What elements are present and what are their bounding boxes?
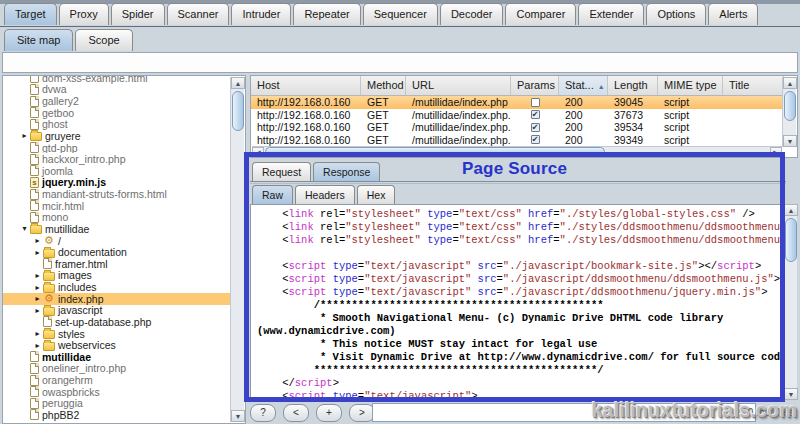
tree-item-webservices[interactable]: ▸webservices (3, 339, 230, 351)
tree-scrollbar[interactable]: ▲ ▼ (230, 77, 244, 422)
response-scrollbar-thumb[interactable] (785, 218, 797, 262)
column-header-stat[interactable]: Stat...▲ (559, 76, 608, 95)
tree-item-oneliner-intro-php[interactable]: oneliner_intro.php (3, 363, 230, 375)
scroll-up-icon[interactable]: ▲ (231, 77, 245, 89)
tree-item-dom-xss-example-html[interactable]: dom-xss-example.html (3, 75, 230, 84)
tab-response[interactable]: Response (313, 162, 380, 182)
tab-scanner[interactable]: Scanner (167, 3, 230, 25)
tab-intruder[interactable]: Intruder (231, 3, 291, 25)
expanded-arrow-icon[interactable]: ▾ (19, 224, 30, 233)
table-row[interactable]: http://192.168.0.160GET/mutillidae/index… (251, 121, 782, 134)
tab-options[interactable]: Options (646, 3, 706, 25)
column-header-host[interactable]: Host (251, 76, 361, 95)
tree-item-mcir-html[interactable]: mcir.html (3, 200, 230, 212)
tree-scrollbar-thumb[interactable] (232, 91, 244, 131)
table-vscrollbar[interactable]: ▲ ▼ (782, 77, 796, 147)
column-header-params[interactable]: Params (511, 76, 559, 95)
column-header-mime-type[interactable]: MIME type (658, 76, 723, 95)
scroll-down-icon[interactable]: ▼ (231, 410, 245, 422)
response-scrollbar[interactable]: ▲ ▼ (783, 204, 797, 400)
scroll-up-icon[interactable]: ▲ (784, 204, 798, 216)
tab-scope[interactable]: Scope (75, 29, 132, 51)
tree-item-styles[interactable]: ▸styles (3, 328, 230, 340)
tree-item-index-php[interactable]: ▸⚙index.php (3, 293, 230, 305)
tab-sequencer[interactable]: Sequencer (363, 3, 438, 25)
collapsed-arrow-icon[interactable]: ▸ (32, 306, 43, 315)
tab-target[interactable]: Target (4, 3, 57, 25)
tree-item-orangehrm[interactable]: orangehrm (3, 374, 230, 386)
tab-headers[interactable]: Headers (295, 185, 355, 205)
tree-item-getboo[interactable]: getboo (3, 107, 230, 119)
table-hscrollbar-thumb[interactable] (265, 147, 605, 156)
tree-item-label: dvwa (42, 84, 67, 96)
tree-item-gruyere[interactable]: ▸gruyere (3, 130, 230, 142)
params-checkbox[interactable]: ✔ (531, 135, 540, 144)
tree-item-set-up-database-php[interactable]: set-up-database.php (3, 316, 230, 328)
tree-item-javascript[interactable]: ▸javascript (3, 305, 230, 317)
tab-request[interactable]: Request (252, 162, 311, 182)
tab-proxy[interactable]: Proxy (59, 3, 109, 25)
tree-item-framer-html[interactable]: framer.html (3, 258, 230, 270)
tree-item-[interactable]: ▸⚙/ (3, 235, 230, 247)
tree-item-jquery-min-js[interactable]: sjquery.min.js (3, 177, 230, 189)
tree-item-hackxor-intro-php[interactable]: hackxor_intro.php (3, 153, 230, 165)
column-header-url[interactable]: URL (406, 76, 511, 95)
filter-bar[interactable]: Filter: Hiding not found items; hiding C… (2, 52, 798, 73)
tree-item-owaspbricks[interactable]: owaspbricks (3, 386, 230, 398)
tree-item-mutillidae[interactable]: ▾mutillidae (3, 223, 230, 235)
collapsed-arrow-icon[interactable]: ▸ (19, 131, 30, 140)
response-raw-view[interactable]: <link rel="stylesheet" type="text/css" h… (250, 204, 783, 400)
tree-item-ghost[interactable]: ghost (3, 119, 230, 131)
tree-item-mono[interactable]: mono (3, 212, 230, 224)
column-header-method[interactable]: Method (361, 76, 406, 95)
table-header: HostMethodURLParamsStat...▲LengthMIME ty… (251, 76, 782, 96)
collapsed-arrow-icon[interactable]: ▸ (32, 329, 43, 338)
tab-site-map[interactable]: Site map (4, 29, 73, 51)
code-line: <script type="text/javascript" src="./ja… (257, 260, 782, 273)
tab-alerts[interactable]: Alerts (708, 3, 758, 25)
tree-item-dvwa[interactable]: dvwa (3, 84, 230, 96)
table-row[interactable]: http://192.168.0.160GET/mutillidae/index… (251, 96, 782, 109)
collapsed-arrow-icon[interactable]: ▸ (32, 341, 43, 350)
collapsed-arrow-icon[interactable]: ▸ (32, 236, 43, 245)
params-checkbox[interactable]: ✔ (531, 123, 540, 132)
table-row[interactable]: http://192.168.0.160GET/mutillidae/index… (251, 134, 782, 147)
params-checkbox[interactable]: ✔ (531, 110, 540, 119)
file-icon (30, 375, 39, 386)
tree-item-mandiant-struts-forms-html[interactable]: mandiant-struts-forms.html (3, 188, 230, 200)
tree-item-gallery2[interactable]: gallery2 (3, 95, 230, 107)
tree-item-phpbb2[interactable]: phpBB2 (3, 409, 230, 421)
tree-item-documentation[interactable]: ▸documentation (3, 246, 230, 258)
column-header-title[interactable]: Title (723, 76, 784, 95)
collapsed-arrow-icon[interactable]: ▸ (32, 294, 43, 303)
collapsed-arrow-icon[interactable]: ▸ (32, 271, 43, 280)
tab-hex[interactable]: Hex (357, 185, 396, 205)
tab-decoder[interactable]: Decoder (440, 3, 504, 25)
add-search-term-button[interactable]: + (316, 404, 342, 422)
collapsed-arrow-icon[interactable]: ▸ (32, 248, 43, 257)
table-vscrollbar-thumb[interactable] (784, 91, 796, 121)
tree-item-mutillidae[interactable]: mutillidae (3, 351, 230, 363)
tree-item-label: set-up-database.php (55, 316, 151, 328)
tab-repeater[interactable]: Repeater (293, 3, 360, 25)
tree-item-gtd-php[interactable]: gtd-php (3, 142, 230, 154)
params-checkbox[interactable] (531, 98, 540, 107)
collapsed-arrow-icon[interactable]: ▸ (32, 283, 43, 292)
tab-comparer[interactable]: Comparer (505, 3, 576, 25)
column-header-length[interactable]: Length (608, 76, 658, 95)
tree-item-images[interactable]: ▸images (3, 270, 230, 282)
table-row[interactable]: http://192.168.0.160GET/mutillidae/index… (251, 109, 782, 122)
tree-item-includes[interactable]: ▸includes (3, 281, 230, 293)
tab-spider[interactable]: Spider (111, 3, 165, 25)
scroll-up-icon[interactable]: ▲ (783, 77, 797, 89)
scroll-right-icon[interactable]: ▶ (770, 147, 782, 157)
help-button[interactable]: ? (250, 404, 276, 422)
scroll-left-icon[interactable]: ◀ (252, 147, 264, 157)
table-hscrollbar[interactable]: ◀ ▶ (252, 146, 782, 156)
previous-match-button[interactable]: < (283, 404, 309, 422)
tree-item-joomla[interactable]: joomla (3, 165, 230, 177)
tab-extender[interactable]: Extender (578, 3, 644, 25)
tree-item-peruggia[interactable]: peruggia (3, 398, 230, 410)
tab-raw[interactable]: Raw (252, 185, 293, 205)
scroll-down-icon[interactable]: ▼ (783, 135, 797, 147)
